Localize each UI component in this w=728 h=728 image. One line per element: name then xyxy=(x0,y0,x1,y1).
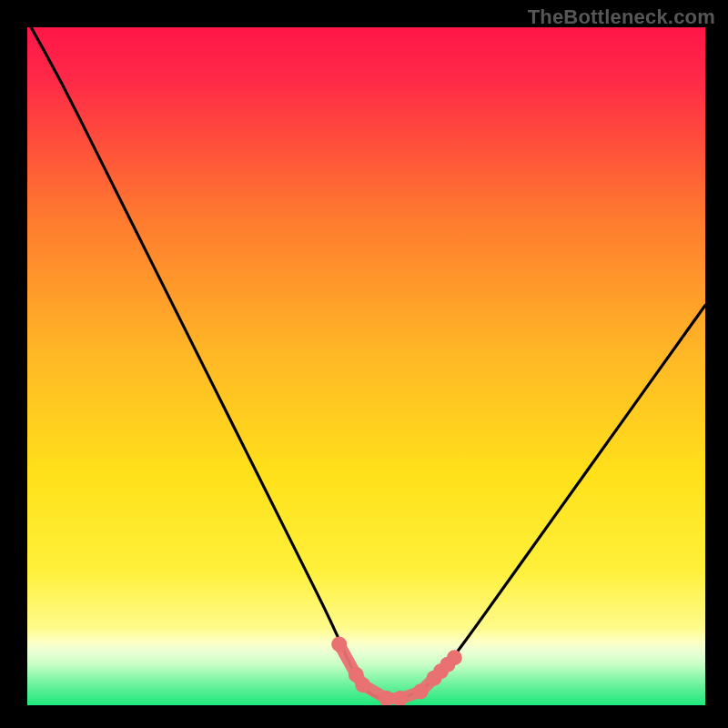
marker-dot xyxy=(447,650,462,665)
chart-svg xyxy=(27,27,705,705)
plot-area xyxy=(27,27,705,705)
marker-dot xyxy=(331,636,347,652)
watermark: TheBottleneck.com xyxy=(528,5,715,29)
marker-dot xyxy=(413,684,429,700)
gradient-background xyxy=(27,27,705,705)
chart-frame: TheBottleneck.com xyxy=(0,0,728,728)
marker-dot xyxy=(355,677,370,693)
